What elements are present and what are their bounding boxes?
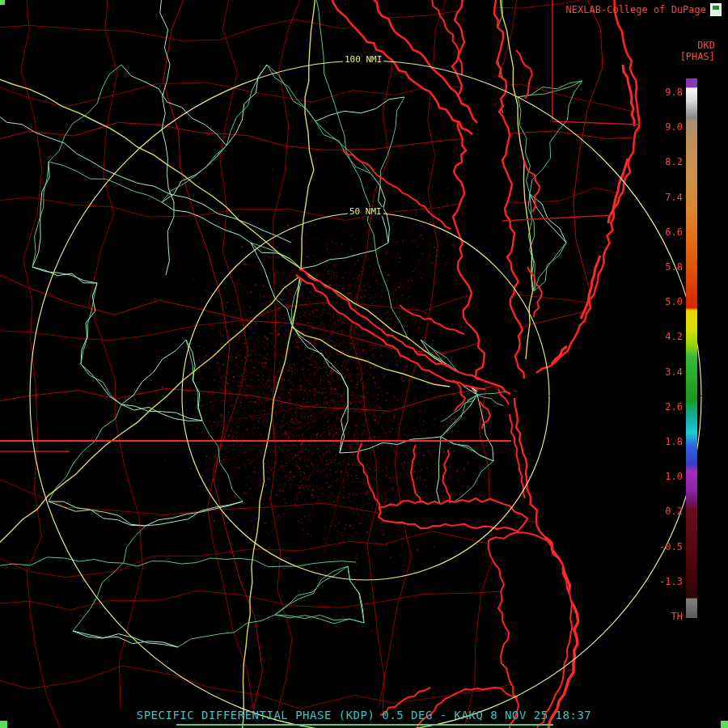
colorbar-strip	[686, 78, 697, 618]
product-units-label: [PHAS]	[680, 52, 715, 61]
footer-underline	[176, 724, 553, 726]
corner-marker-bottom-right	[721, 721, 728, 728]
radar-map-canvas	[0, 0, 728, 728]
corner-marker-bottom-left	[0, 721, 7, 728]
radar-display: 9.89.08.27.46.65.85.04.23.42.61.81.00.2-…	[0, 0, 728, 728]
product-title: SPECIFIC DIFFERENTIAL PHASE (KDP) 0.5 DE…	[0, 709, 728, 721]
cod-logo-icon	[710, 3, 722, 16]
attribution-text: NEXLAB-College of DuPage	[566, 5, 706, 15]
product-code-label: DKD	[697, 40, 715, 50]
range-ring-label-100nmi: 100 NMI	[343, 55, 383, 64]
range-ring-label-50nmi: 50 NMI	[348, 207, 383, 216]
corner-marker-top-left	[0, 0, 5, 5]
